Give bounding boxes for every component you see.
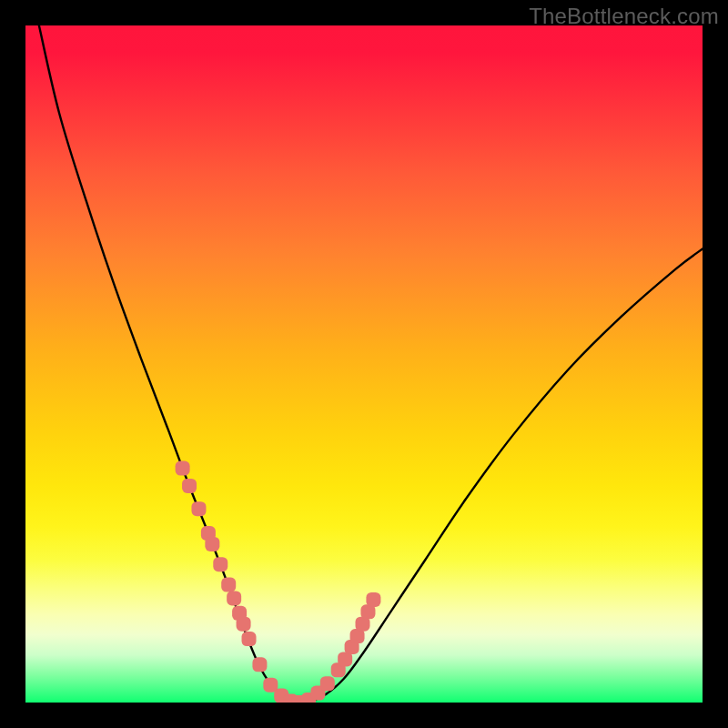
highlight-dot bbox=[182, 479, 197, 493]
highlight-dot bbox=[221, 578, 236, 592]
chart-svg bbox=[25, 25, 703, 703]
chart-outer-frame: TheBottleneck.com bbox=[0, 0, 728, 728]
plot-area bbox=[25, 25, 703, 703]
highlight-dot bbox=[320, 676, 335, 691]
watermark-text: TheBottleneck.com bbox=[529, 4, 719, 29]
highlight-dot bbox=[237, 617, 251, 632]
highlight-dot bbox=[205, 537, 219, 551]
highlight-dot bbox=[242, 632, 257, 646]
highlight-dot bbox=[213, 557, 228, 571]
highlight-dot bbox=[176, 461, 190, 476]
highlight-dot bbox=[252, 657, 267, 672]
highlight-dot bbox=[191, 501, 206, 516]
dots-layer bbox=[176, 461, 381, 703]
highlight-dot bbox=[366, 592, 380, 607]
highlight-dot bbox=[227, 591, 241, 605]
